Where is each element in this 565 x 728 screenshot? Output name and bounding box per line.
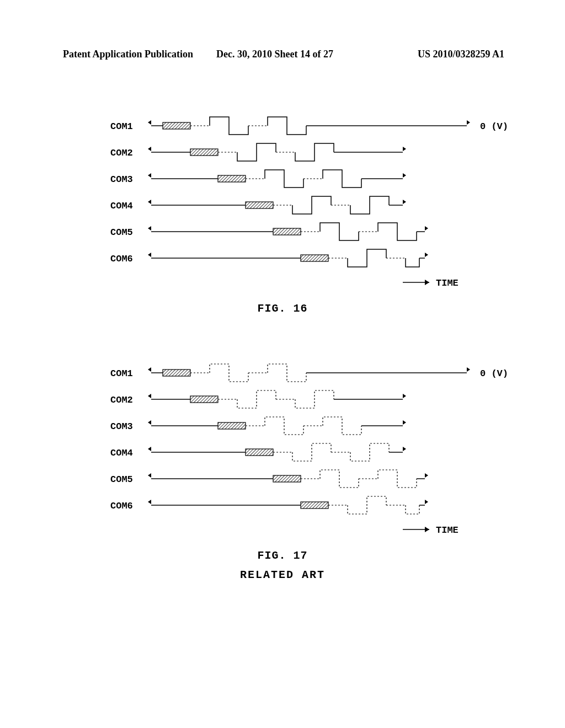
header-publication: Patent Application Publication [63, 49, 193, 60]
header-patent-number: US 2010/0328259 A1 [418, 49, 504, 60]
waveform-com5-b [143, 463, 475, 490]
signal-label-com6: COM6 [110, 254, 133, 264]
svg-rect-26 [273, 228, 301, 235]
svg-rect-2 [163, 122, 190, 129]
signal-label-com4-b: COM4 [110, 448, 133, 458]
fig17-row-com4: COM4 [0, 437, 565, 463]
header-date-sheet: Dec. 30, 2010 Sheet 14 of 27 [216, 49, 333, 60]
svg-rect-14 [218, 175, 246, 182]
signal-label-com5: COM5 [110, 227, 133, 238]
fig17-subcaption: RELATED ART [0, 569, 565, 581]
fig17-row-com6: COM6 [0, 490, 565, 516]
fig16-row-com5: COM5 [0, 216, 565, 243]
fig17-row-com1: COM1 0 (V) [0, 357, 565, 384]
fig16-row-com2: COM2 [0, 137, 565, 163]
signal-label-com3: COM3 [110, 174, 133, 185]
svg-rect-38 [163, 370, 190, 376]
figure-17-block: COM1 0 (V) COM2 [0, 357, 565, 581]
svg-rect-62 [273, 475, 301, 482]
zero-volt-label-b: 0 (V) [480, 368, 508, 379]
waveform-com4 [143, 190, 475, 216]
fig17-row-com3: COM3 [0, 410, 565, 437]
signal-label-com4: COM4 [110, 201, 133, 211]
signal-label-com6-b: COM6 [110, 501, 133, 511]
waveform-com2 [143, 137, 475, 163]
fig16-time-axis: TIME [0, 271, 565, 293]
fig16-caption: FIG. 16 [0, 302, 565, 315]
zero-volt-label: 0 (V) [480, 121, 508, 132]
svg-rect-20 [246, 202, 273, 208]
waveform-com4-b [143, 437, 475, 463]
waveform-com1 [143, 110, 475, 137]
fig17-row-com5: COM5 [0, 463, 565, 490]
svg-rect-8 [190, 149, 218, 156]
signal-label-com2-b: COM2 [110, 395, 133, 405]
fig17-row-com2: COM2 [0, 384, 565, 410]
figure-16-block: COM1 0 (V) COM2 [0, 110, 565, 315]
waveform-com3 [143, 163, 475, 190]
waveform-com6 [143, 243, 475, 269]
fig17-time-axis: TIME [0, 518, 565, 540]
time-arrow-icon: TIME [403, 276, 475, 289]
signal-label-com5-b: COM5 [110, 474, 133, 485]
fig17-caption: FIG. 17 [0, 549, 565, 562]
waveform-com3-b [143, 410, 475, 437]
svg-rect-50 [218, 422, 246, 429]
signal-label-com2: COM2 [110, 148, 133, 158]
fig16-row-com3: COM3 [0, 163, 565, 190]
fig16-row-com4: COM4 [0, 190, 565, 216]
svg-rect-56 [246, 449, 273, 456]
fig16-row-com6: COM6 [0, 243, 565, 269]
signal-label-com1: COM1 [110, 121, 133, 132]
signal-label-com1-b: COM1 [110, 368, 133, 379]
svg-rect-31 [301, 255, 328, 261]
waveform-com1-b [143, 357, 475, 384]
waveform-com2-b [143, 384, 475, 410]
signal-label-com3-b: COM3 [110, 421, 133, 432]
time-label-fig17: TIME [436, 525, 459, 536]
waveform-com6-b [143, 490, 475, 516]
time-label-fig16: TIME [436, 278, 459, 288]
svg-rect-44 [190, 396, 218, 403]
fig16-row-com1: COM1 0 (V) [0, 110, 565, 137]
time-arrow-icon-b: TIME [403, 523, 475, 536]
svg-rect-67 [301, 502, 328, 508]
waveform-com5 [143, 216, 475, 243]
